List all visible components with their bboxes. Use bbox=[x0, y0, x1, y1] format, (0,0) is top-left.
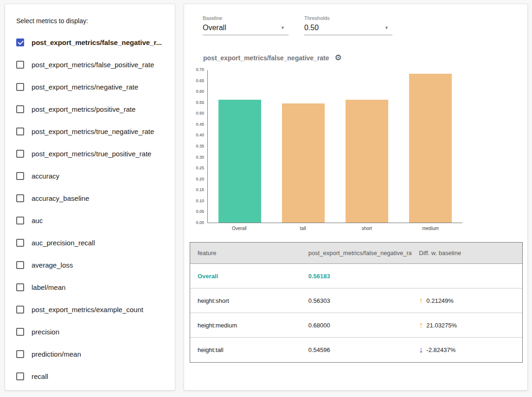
checkbox-icon[interactable] bbox=[16, 38, 24, 46]
y-tick-label: 0.55 bbox=[196, 101, 204, 105]
metric-label: prediction/mean bbox=[32, 350, 81, 358]
table-cell-value: 0.68000 bbox=[301, 313, 412, 337]
metric-label: auc_precision_recall bbox=[32, 239, 95, 247]
metric-checkbox-item[interactable]: auc_precision_recall bbox=[16, 231, 167, 254]
metric-checkbox-item[interactable]: average_loss bbox=[16, 254, 167, 276]
metric-label: post_export_metrics/false_positive_rate bbox=[32, 61, 154, 69]
table-cell-feature: Overall bbox=[190, 264, 301, 288]
metrics-table: feature post_export_metrics/false_negati… bbox=[190, 242, 523, 363]
y-tick-label: 0.10 bbox=[196, 199, 204, 203]
checkbox-icon[interactable] bbox=[16, 61, 24, 69]
table-row: height:short 0.56303 ↑ 0.21249% bbox=[190, 288, 522, 313]
table-header-diff: Diff. w. baseline bbox=[411, 243, 522, 263]
chart-header: post_export_metrics/false_negative_rate … bbox=[203, 53, 527, 63]
baseline-value: Overall bbox=[203, 24, 226, 32]
diff-value: 0.21249% bbox=[426, 297, 454, 304]
thresholds-select[interactable]: 0.50 ▼ bbox=[304, 23, 392, 35]
metric-checkbox-item[interactable]: accuracy bbox=[16, 165, 167, 187]
checkbox-icon[interactable] bbox=[16, 105, 24, 113]
baseline-label: Baseline bbox=[203, 15, 288, 21]
checkbox-icon[interactable] bbox=[16, 350, 24, 358]
table-cell-diff: ↑ 0.21249% bbox=[411, 288, 522, 313]
metric-label: accuracy bbox=[32, 172, 59, 180]
checkbox-icon[interactable] bbox=[16, 194, 24, 202]
checkbox-icon[interactable] bbox=[16, 217, 24, 224]
plot-area bbox=[207, 70, 462, 223]
table-header-row: feature post_export_metrics/false_negati… bbox=[190, 243, 522, 264]
metric-label: post_export_metrics/true_positive_rate bbox=[32, 150, 151, 158]
chart-title: post_export_metrics/false_negative_rate bbox=[203, 54, 329, 62]
metric-detail-panel: Baseline Overall ▼ Thresholds 0.50 ▼ pos… bbox=[184, 4, 528, 391]
metric-label: post_export_metrics/positive_rate bbox=[32, 105, 135, 113]
metric-checkbox-item[interactable]: recall bbox=[16, 365, 167, 387]
x-tick-label: medium bbox=[399, 226, 463, 231]
table-cell-diff: ↑ 21.03275% bbox=[411, 313, 522, 337]
controls-row: Baseline Overall ▼ Thresholds 0.50 ▼ bbox=[203, 15, 527, 35]
checkbox-icon[interactable] bbox=[16, 261, 24, 269]
thresholds-select-group: Thresholds 0.50 ▼ bbox=[304, 15, 392, 35]
checkbox-icon[interactable] bbox=[16, 328, 24, 336]
y-tick-label: 0.65 bbox=[196, 79, 204, 83]
table-row: height:medium 0.68000 ↑ 21.03275% bbox=[190, 313, 522, 338]
diff-arrow-icon: ↑ bbox=[419, 296, 423, 306]
checkbox-icon[interactable] bbox=[16, 283, 24, 291]
table-cell-diff bbox=[411, 264, 522, 288]
y-tick-label: 0.60 bbox=[196, 90, 204, 94]
y-tick-label: 0.30 bbox=[196, 155, 204, 160]
diff-arrow-icon: ↓ bbox=[419, 345, 423, 355]
baseline-select[interactable]: Overall ▼ bbox=[203, 23, 288, 35]
metric-label: post_export_metrics/example_count bbox=[32, 306, 143, 314]
y-tick-label: 0.05 bbox=[196, 210, 204, 214]
diff-value: 21.03275% bbox=[426, 322, 457, 329]
metric-checkbox-item[interactable]: auc bbox=[16, 209, 167, 231]
table-body: Overall 0.56183 height:short 0.56303 ↑ 0… bbox=[190, 264, 522, 362]
metric-label: post_export_metrics/false_negative_r... bbox=[32, 38, 162, 46]
thresholds-label: Thresholds bbox=[304, 15, 392, 21]
table-cell-value: 0.54596 bbox=[301, 338, 412, 362]
table-cell-feature: height:medium bbox=[190, 313, 301, 337]
y-tick-label: 0.50 bbox=[196, 111, 204, 115]
chevron-down-icon: ▼ bbox=[281, 26, 285, 30]
checkbox-icon[interactable] bbox=[16, 372, 24, 380]
bar-medium[interactable] bbox=[409, 74, 452, 223]
checkbox-icon[interactable] bbox=[16, 239, 24, 247]
checkbox-icon[interactable] bbox=[16, 128, 24, 135]
bar-slot bbox=[335, 70, 399, 223]
x-tick-label: Overall bbox=[207, 226, 271, 231]
metric-checkbox-item[interactable]: prediction/mean bbox=[16, 343, 167, 365]
checkbox-icon[interactable] bbox=[16, 83, 24, 91]
metric-checkbox-item[interactable]: post_export_metrics/false_positive_rate bbox=[16, 53, 167, 76]
metric-checkbox-item[interactable]: post_export_metrics/positive_rate bbox=[16, 98, 167, 120]
metric-checkbox-item[interactable]: post_export_metrics/true_negative_rate bbox=[16, 120, 167, 142]
bar-Overall[interactable] bbox=[218, 100, 261, 223]
metric-checkbox-item[interactable]: post_export_metrics/example_count bbox=[16, 298, 167, 320]
metric-checkbox-item[interactable]: accuracy_baseline bbox=[16, 187, 167, 209]
table-row: height:tall 0.54596 ↓ -2.82437% bbox=[190, 338, 522, 362]
x-tick-label: short bbox=[335, 226, 399, 231]
table-row: Overall 0.56183 bbox=[190, 264, 522, 288]
x-axis-labels: Overalltallshortmedium bbox=[207, 223, 462, 231]
metric-label: auc bbox=[32, 217, 43, 224]
diff-value: -2.82437% bbox=[426, 346, 455, 353]
metric-checkbox-item[interactable]: post_export_metrics/false_negative_r... bbox=[16, 31, 167, 53]
bar-short[interactable] bbox=[346, 100, 388, 223]
y-tick-label: 0.40 bbox=[196, 133, 204, 137]
checkbox-icon[interactable] bbox=[16, 172, 24, 180]
metric-checkbox-item[interactable]: label/mean bbox=[16, 276, 167, 298]
bar-chart: 0.000.050.100.150.200.250.300.350.400.45… bbox=[184, 70, 527, 231]
checkbox-icon[interactable] bbox=[16, 150, 24, 158]
y-tick-label: 0.00 bbox=[196, 221, 204, 225]
metric-checkbox-item[interactable]: precision bbox=[16, 320, 167, 343]
chevron-down-icon: ▼ bbox=[385, 26, 389, 30]
table-cell-feature: height:tall bbox=[190, 338, 301, 362]
settings-gear-icon[interactable]: ⚙ bbox=[335, 53, 342, 63]
metric-checkbox-item[interactable]: post_export_metrics/true_positive_rate bbox=[16, 142, 167, 165]
table-cell-diff: ↓ -2.82437% bbox=[411, 338, 522, 362]
bar-slot bbox=[208, 70, 271, 223]
y-tick-label: 0.15 bbox=[196, 188, 204, 192]
metric-label: post_export_metrics/negative_rate bbox=[32, 83, 138, 91]
bar-tall[interactable] bbox=[282, 103, 325, 223]
y-tick-label: 0.35 bbox=[196, 144, 204, 148]
checkbox-icon[interactable] bbox=[16, 306, 24, 314]
metric-checkbox-item[interactable]: post_export_metrics/negative_rate bbox=[16, 76, 167, 98]
